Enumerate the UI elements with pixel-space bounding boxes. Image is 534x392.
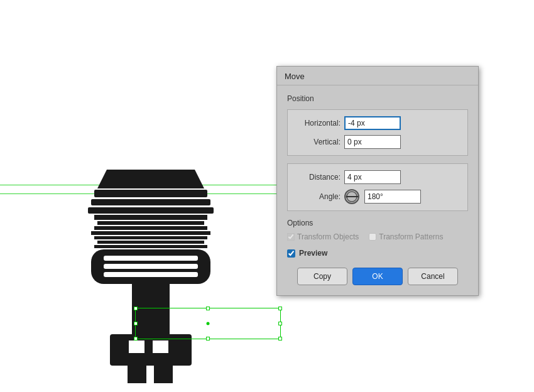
position-section-label: Position (287, 94, 468, 103)
move-dialog: Move Position Horizontal: Vertical: Dist… (276, 66, 479, 296)
transform-patterns-checkbox[interactable] (369, 233, 376, 241)
options-title: Options (287, 219, 468, 227)
options-section: Options Transform Objects Transform Patt… (287, 219, 468, 241)
svg-rect-14 (104, 272, 198, 277)
svg-rect-20 (154, 366, 173, 383)
preview-row: Preview (287, 249, 468, 258)
svg-point-23 (346, 196, 348, 198)
handle-bottom-right[interactable] (278, 337, 282, 340)
vertical-row: Vertical: (295, 135, 460, 149)
svg-rect-17 (129, 340, 144, 353)
dialog-buttons: Copy OK Cancel (287, 268, 468, 285)
svg-rect-13 (104, 264, 198, 269)
cancel-button[interactable]: Cancel (408, 268, 458, 285)
transform-objects-label[interactable]: Transform Objects (287, 232, 359, 241)
horizontal-input[interactable] (344, 116, 401, 130)
svg-marker-0 (97, 170, 204, 188)
icon-svg (60, 138, 242, 383)
transform-objects-checkbox[interactable] (287, 233, 295, 241)
svg-rect-8 (94, 236, 207, 239)
dialog-title-bar: Move (277, 67, 478, 85)
icon-graphic (60, 138, 242, 383)
angle-input[interactable] (364, 190, 421, 204)
position-field-group: Horizontal: Vertical: (287, 109, 468, 156)
angle-label: Angle: (295, 192, 341, 201)
transform-patterns-label[interactable]: Transform Patterns (369, 232, 443, 241)
handle-top-right[interactable] (278, 307, 282, 310)
distance-row: Distance: (295, 170, 460, 184)
svg-rect-10 (94, 245, 207, 248)
horizontal-label: Horizontal: (295, 119, 341, 128)
angle-row: Angle: (295, 189, 460, 204)
preview-checkbox[interactable] (287, 249, 295, 258)
svg-rect-6 (94, 226, 207, 230)
vertical-input[interactable] (344, 135, 401, 149)
svg-rect-15 (132, 284, 170, 334)
vertical-label: Vertical: (295, 138, 341, 146)
ok-button[interactable]: OK (352, 268, 403, 285)
svg-rect-5 (97, 221, 204, 225)
preview-label: Preview (299, 249, 327, 258)
svg-rect-3 (88, 207, 214, 214)
distance-input[interactable] (344, 170, 401, 184)
dialog-body: Position Horizontal: Vertical: Distance:… (277, 85, 478, 295)
svg-rect-1 (94, 190, 207, 197)
svg-rect-16 (110, 334, 192, 366)
dialog-title: Move (285, 72, 305, 81)
svg-rect-7 (91, 231, 210, 235)
svg-rect-4 (94, 215, 207, 220)
svg-rect-12 (104, 256, 198, 261)
svg-rect-18 (153, 340, 168, 353)
copy-button[interactable]: Copy (297, 268, 347, 285)
svg-rect-19 (128, 366, 146, 383)
svg-rect-9 (97, 241, 204, 244)
angle-dial[interactable] (344, 189, 359, 204)
svg-rect-2 (91, 199, 210, 205)
distance-label: Distance: (295, 173, 341, 182)
options-row: Transform Objects Transform Patterns (287, 232, 468, 241)
horizontal-row: Horizontal: (295, 116, 460, 130)
handle-mid-right[interactable] (278, 322, 282, 325)
distance-field-group: Distance: Angle: (287, 163, 468, 211)
